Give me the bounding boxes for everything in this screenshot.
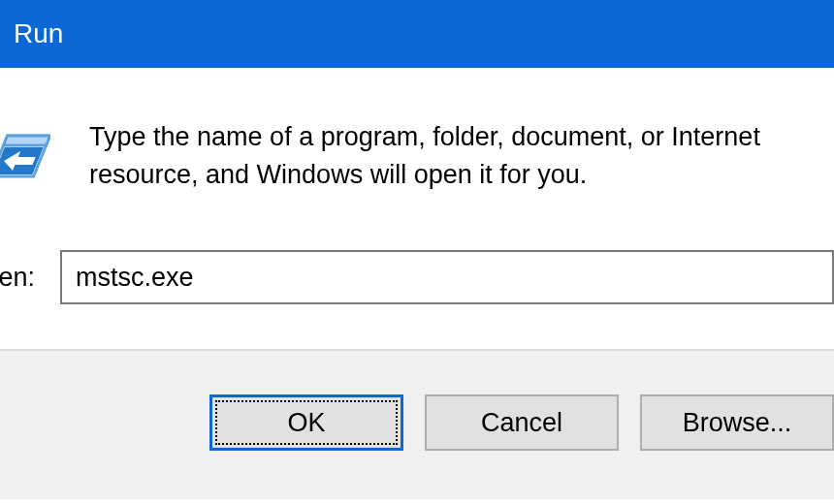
- browse-button[interactable]: Browse...: [640, 394, 834, 451]
- open-label: pen:: [0, 263, 60, 293]
- svg-rect-1: [4, 136, 50, 145]
- run-icon: [0, 130, 50, 184]
- titlebar: Run: [0, 0, 834, 68]
- dialog-content: Type the name of a program, folder, docu…: [0, 68, 834, 349]
- cancel-button[interactable]: Cancel: [425, 394, 619, 451]
- button-bar: OK Cancel Browse...: [0, 349, 834, 499]
- ok-button[interactable]: OK: [209, 394, 403, 451]
- dialog-description: Type the name of a program, folder, docu…: [89, 114, 834, 194]
- window-title: Run: [14, 18, 63, 49]
- open-input[interactable]: [60, 250, 834, 304]
- open-row: pen:: [0, 250, 834, 304]
